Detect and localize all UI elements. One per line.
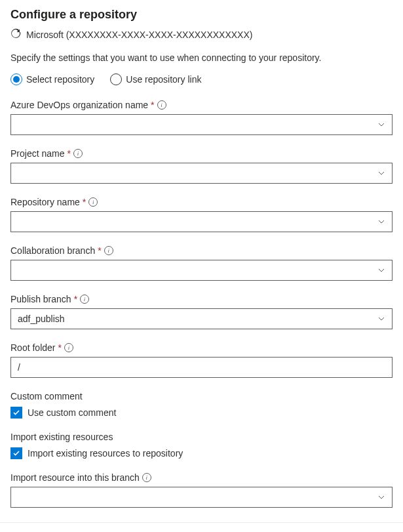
import-resources-checkbox[interactable] [10, 447, 22, 459]
custom-comment-checkbox[interactable] [10, 407, 22, 419]
org-name-select[interactable] [10, 114, 393, 135]
field-label: Publish branch [10, 294, 71, 304]
footer-divider [0, 522, 403, 523]
required-asterisk: * [74, 294, 77, 304]
import-resources-checkbox-row: Import existing resources to repository [10, 447, 393, 459]
field-label: Import resource into this branch [10, 472, 140, 483]
radio-select-repository[interactable]: Select repository [10, 73, 94, 85]
custom-comment-header: Custom comment [10, 391, 393, 401]
chevron-down-icon [377, 169, 385, 177]
repo-select[interactable] [10, 211, 393, 232]
required-asterisk: * [151, 100, 154, 110]
field-import-branch: Import resource into this branch i [10, 472, 393, 508]
required-asterisk: * [83, 197, 86, 207]
connection-mode-radio-group: Select repository Use repository link [10, 73, 393, 85]
field-org-name: Azure DevOps organization name * i [10, 100, 393, 135]
custom-comment-label: Use custom comment [28, 407, 116, 418]
radio-indicator-unselected [110, 73, 122, 85]
chevron-down-icon [377, 315, 385, 323]
required-asterisk: * [98, 245, 101, 256]
field-label: Repository name [10, 197, 80, 207]
radio-indicator-selected [10, 73, 22, 85]
info-icon[interactable]: i [64, 343, 73, 352]
root-folder-input[interactable] [10, 357, 393, 378]
import-branch-select[interactable] [10, 487, 393, 508]
field-repo: Repository name * i [10, 197, 393, 232]
radio-label: Select repository [26, 74, 94, 85]
chevron-down-icon [377, 266, 385, 274]
field-label: Azure DevOps organization name [10, 100, 148, 110]
field-publish-branch: Publish branch * i adf_publish [10, 294, 393, 329]
project-select[interactable] [10, 163, 393, 184]
account-row: Microsoft (XXXXXXXX-XXXX-XXXX-XXXXXXXXXX… [10, 28, 393, 41]
radio-label: Use repository link [126, 74, 201, 85]
page-title: Configure a repository [10, 8, 393, 22]
info-icon[interactable]: i [142, 473, 151, 482]
checkmark-icon [12, 449, 20, 457]
import-resources-header: Import existing resources [10, 432, 393, 442]
chevron-down-icon [377, 493, 385, 501]
required-asterisk: * [67, 148, 70, 159]
radio-use-repository-link[interactable]: Use repository link [110, 73, 201, 85]
info-icon[interactable]: i [157, 100, 166, 110]
chevron-down-icon [377, 121, 385, 129]
required-asterisk: * [58, 342, 61, 353]
collab-branch-select[interactable] [10, 260, 393, 281]
field-label: Collaboration branch [10, 245, 95, 256]
info-icon[interactable]: i [104, 246, 113, 255]
info-icon[interactable]: i [80, 295, 89, 304]
checkmark-icon [12, 409, 20, 417]
import-resources-label: Import existing resources to repository [28, 448, 183, 459]
chevron-down-icon [377, 218, 385, 226]
field-label: Project name [10, 148, 64, 159]
refresh-icon [10, 28, 21, 41]
custom-comment-checkbox-row: Use custom comment [10, 407, 393, 419]
account-text: Microsoft (XXXXXXXX-XXXX-XXXX-XXXXXXXXXX… [26, 30, 252, 40]
field-project: Project name * i [10, 148, 393, 184]
info-icon[interactable]: i [88, 197, 98, 207]
info-icon[interactable]: i [73, 149, 83, 158]
field-collab-branch: Collaboration branch * i [10, 245, 393, 281]
description-text: Specify the settings that you want to us… [10, 52, 393, 63]
field-root-folder: Root folder * i [10, 342, 393, 378]
field-label: Root folder [10, 342, 55, 353]
publish-branch-select[interactable]: adf_publish [10, 308, 393, 329]
publish-value: adf_publish [18, 314, 65, 324]
